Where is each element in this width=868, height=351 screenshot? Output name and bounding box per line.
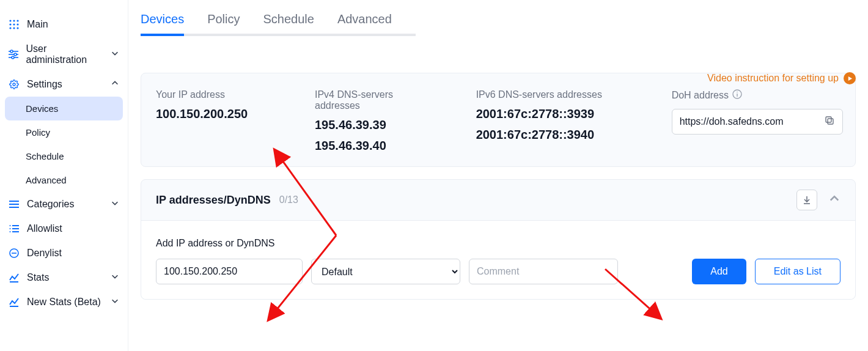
svg-point-6 bbox=[9, 27, 11, 29]
main-content: Devices Policy Schedule Advanced Video i… bbox=[128, 0, 868, 351]
sidebar-item-denylist[interactable]: Denylist bbox=[0, 241, 128, 265]
sidebar-item-categories[interactable]: Categories bbox=[0, 192, 128, 216]
sidebar-item-label: Settings bbox=[27, 79, 62, 90]
svg-point-23 bbox=[10, 228, 11, 229]
sidebar-item-label: New Stats (Beta) bbox=[27, 297, 101, 308]
info-icon[interactable] bbox=[732, 89, 742, 102]
download-button[interactable] bbox=[796, 190, 817, 210]
chevron-down-icon bbox=[111, 272, 119, 283]
svg-rect-31 bbox=[828, 119, 833, 124]
ipv6-label: IPv6 DNS-servers addresses bbox=[476, 89, 635, 100]
svg-point-15 bbox=[13, 83, 15, 86]
svg-point-1 bbox=[13, 20, 15, 21]
svg-rect-32 bbox=[826, 117, 831, 122]
sidebar-item-new-stats[interactable]: New Stats (Beta) bbox=[0, 290, 128, 314]
comment-input[interactable] bbox=[469, 259, 618, 284]
button-label: Edit as List bbox=[774, 266, 822, 276]
svg-point-5 bbox=[17, 23, 18, 25]
sidebar-item-advanced[interactable]: Advanced bbox=[0, 168, 128, 192]
sidebar-item-label: Allowlist bbox=[27, 223, 62, 234]
sidebar-item-policy[interactable]: Policy bbox=[0, 120, 128, 144]
add-button[interactable]: Add bbox=[692, 259, 746, 284]
chart-icon bbox=[9, 297, 20, 308]
doh-label: DoH address bbox=[672, 90, 729, 101]
sidebar-item-label: User administration bbox=[26, 43, 103, 65]
dns-info-panel: Your IP address 100.150.200.250 IPv4 DNS… bbox=[141, 73, 856, 167]
svg-point-3 bbox=[9, 23, 11, 25]
sidebar-item-user-admin[interactable]: User administration bbox=[0, 37, 128, 72]
chevron-down-icon bbox=[111, 297, 119, 308]
svg-point-8 bbox=[17, 27, 18, 29]
sidebar-item-label: Advanced bbox=[26, 175, 67, 185]
sidebar-item-schedule[interactable]: Schedule bbox=[0, 144, 128, 168]
video-instruction-link[interactable]: Video instruction for setting up bbox=[707, 72, 856, 84]
tab-advanced[interactable]: Advanced bbox=[337, 12, 392, 36]
svg-point-14 bbox=[12, 56, 14, 59]
policy-select[interactable]: Default bbox=[311, 259, 460, 284]
edit-as-list-button[interactable]: Edit as List bbox=[755, 259, 840, 284]
tab-schedule[interactable]: Schedule bbox=[263, 12, 314, 36]
sidebar-item-label: Main bbox=[27, 19, 48, 30]
ipv6-value: 2001:67c:2778::3940 bbox=[476, 126, 635, 143]
sidebar-item-devices[interactable]: Devices bbox=[5, 97, 123, 120]
collapse-icon[interactable] bbox=[828, 193, 840, 207]
tab-label: Advanced bbox=[337, 12, 392, 26]
ipv4-value: 195.46.39.39 bbox=[315, 116, 440, 133]
button-label: Add bbox=[710, 266, 727, 276]
ipv4-value: 195.46.39.40 bbox=[315, 137, 440, 154]
allowlist-icon bbox=[9, 223, 20, 234]
chevron-down-icon bbox=[111, 199, 119, 210]
chevron-down-icon bbox=[111, 49, 119, 60]
add-ip-label: Add IP address or DynDNS bbox=[156, 238, 840, 249]
sidebar-item-label: Policy bbox=[26, 127, 50, 138]
sidebar-item-label: Categories bbox=[27, 199, 74, 210]
copy-icon[interactable] bbox=[825, 116, 834, 128]
play-icon bbox=[844, 72, 856, 84]
svg-point-22 bbox=[10, 225, 11, 226]
sidebar-item-label: Denylist bbox=[27, 248, 62, 259]
section-title: IP addresses/DynDNS bbox=[156, 194, 271, 207]
svg-point-7 bbox=[13, 27, 15, 29]
list-icon bbox=[9, 199, 20, 210]
svg-point-24 bbox=[10, 231, 11, 232]
tabs: Devices Policy Schedule Advanced bbox=[141, 12, 416, 36]
sliders-icon bbox=[9, 49, 19, 60]
sidebar-item-stats[interactable]: Stats bbox=[0, 265, 128, 290]
sidebar: Main User administration Settings Device… bbox=[0, 0, 128, 351]
sidebar-item-settings[interactable]: Settings bbox=[0, 72, 128, 97]
section-count: 0/13 bbox=[279, 194, 298, 205]
chart-icon bbox=[9, 272, 20, 283]
tab-label: Schedule bbox=[263, 12, 314, 26]
gear-icon bbox=[9, 79, 20, 90]
sidebar-item-allowlist[interactable]: Allowlist bbox=[0, 216, 128, 241]
tab-policy[interactable]: Policy bbox=[207, 12, 240, 36]
video-link-label: Video instruction for setting up bbox=[707, 73, 839, 84]
ip-dyndns-section: IP addresses/DynDNS 0/13 Add IP address … bbox=[141, 179, 856, 300]
ip-address-input[interactable] bbox=[156, 259, 303, 284]
svg-point-4 bbox=[13, 23, 15, 25]
svg-point-12 bbox=[14, 53, 17, 56]
doh-address-field[interactable] bbox=[672, 109, 843, 135]
svg-point-30 bbox=[737, 92, 738, 93]
sidebar-item-main[interactable]: Main bbox=[0, 12, 128, 37]
sidebar-item-label: Devices bbox=[26, 103, 58, 114]
svg-marker-27 bbox=[848, 76, 851, 80]
tab-devices[interactable]: Devices bbox=[141, 12, 184, 36]
tab-label: Devices bbox=[141, 12, 184, 26]
svg-point-0 bbox=[9, 20, 11, 21]
sidebar-item-label: Stats bbox=[27, 272, 49, 283]
svg-point-2 bbox=[17, 20, 18, 21]
your-ip-label: Your IP address bbox=[156, 89, 278, 100]
denylist-icon bbox=[9, 248, 20, 259]
sidebar-item-label: Schedule bbox=[26, 151, 64, 161]
grid-icon bbox=[9, 19, 20, 30]
ipv4-label: IPv4 DNS-servers addresses bbox=[315, 89, 440, 111]
chevron-up-icon bbox=[111, 79, 119, 90]
your-ip-value: 100.150.200.250 bbox=[156, 105, 278, 122]
svg-point-10 bbox=[10, 50, 13, 53]
tab-label: Policy bbox=[207, 12, 240, 26]
ipv6-value: 2001:67c:2778::3939 bbox=[476, 105, 635, 122]
